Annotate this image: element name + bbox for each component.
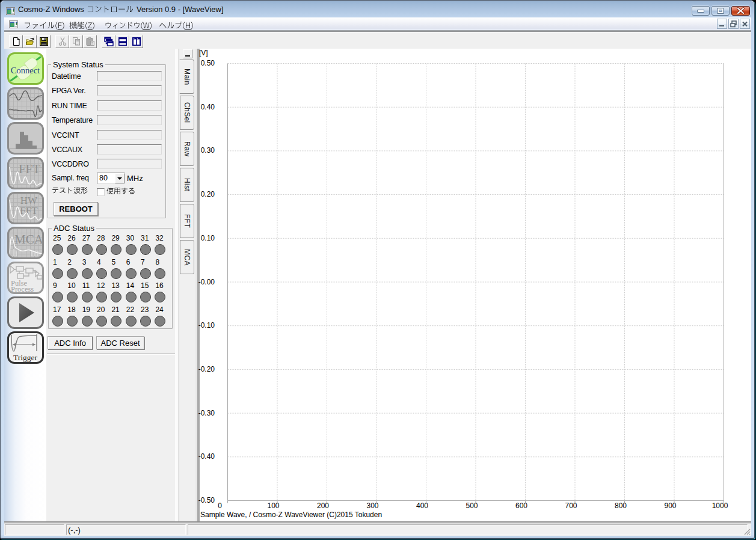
tab-chsel[interactable]: ChSel — [180, 96, 194, 130]
adc-channel-indicator — [96, 268, 107, 279]
chart-caption: Sample Wave, / Cosmo-Z WaveViewer (C)201… — [200, 511, 382, 519]
adc-channel-number: 32 — [155, 235, 163, 242]
adc-channel-number: 5 — [111, 259, 115, 266]
waveview-chart[interactable]: [V] 0.500.400.300.200.10-0.00-0.10-0.20-… — [200, 49, 751, 521]
adc-info-button[interactable]: ADC Info — [48, 336, 93, 349]
adc-channel-indicator — [111, 268, 121, 279]
run-time-field[interactable] — [97, 100, 162, 111]
adc-channel-indicator — [67, 268, 78, 279]
save-floppy-icon — [39, 37, 49, 46]
x-axis-tick-label: 600 — [503, 502, 539, 510]
menu-item-file[interactable] — [23, 18, 65, 30]
adc-channel-number: 21 — [111, 306, 119, 314]
mdi-child-icon[interactable] — [9, 20, 18, 28]
use-checkbox[interactable] — [97, 188, 105, 196]
mdi-close-button[interactable] — [740, 19, 750, 29]
fft-label: FFT — [19, 162, 40, 176]
adc-channel-number: 29 — [111, 235, 119, 242]
dock-minimize-button[interactable] — [183, 49, 192, 58]
adc-channel-indicator — [155, 292, 165, 302]
side-panel: System Status Datetime FPGA Ver. RUN TIM… — [46, 49, 175, 521]
sampl-freq-combobox[interactable]: 80 — [97, 173, 125, 184]
use-checkbox-label — [106, 186, 135, 196]
close-icon — [732, 7, 749, 15]
mdi-minimize-button[interactable] — [717, 19, 727, 29]
sidebar-pulse-process-button[interactable]: Pulse Process — [7, 262, 44, 294]
adc-channel-number: 1 — [53, 259, 57, 266]
title-bar[interactable]: Cosmo-Z Windows Version 0.9 - [WaveView] — [4, 0, 751, 17]
adc-channel-number: 3 — [82, 259, 87, 266]
open-button[interactable] — [23, 35, 37, 48]
resize-grip[interactable] — [743, 527, 751, 535]
toolbar — [4, 31, 751, 49]
mdi-close-icon — [740, 19, 749, 28]
pulse-process-icon: Pulse Process — [9, 263, 42, 292]
adc-channel-number: 8 — [155, 259, 159, 266]
adc-channel-indicator — [52, 244, 63, 255]
mdi-minimize-icon — [718, 19, 727, 28]
mdi-restore-button[interactable] — [728, 19, 739, 29]
menu-item-help-label — [159, 19, 194, 31]
y-axis-tick-label: 0.30 — [182, 146, 215, 155]
x-axis-tick-label: 800 — [603, 502, 639, 510]
combo-dropdown-icon[interactable] — [115, 173, 124, 183]
new-file-icon — [11, 37, 21, 46]
close-button[interactable] — [731, 6, 750, 16]
pulse-label-line2: Process — [11, 285, 34, 292]
open-folder-icon — [25, 37, 35, 46]
paste-button — [83, 35, 97, 48]
x-axis-tick-label: 100 — [256, 502, 292, 510]
adc-channel-indicator — [52, 316, 63, 327]
x-axis-tick-label: 200 — [305, 502, 341, 510]
window-title-jp — [87, 4, 134, 14]
x-axis-tick-label: 500 — [454, 502, 490, 510]
vccint-label: VCCINT — [52, 131, 79, 140]
menu-item-function[interactable] — [69, 18, 95, 30]
menu-bar — [4, 17, 751, 31]
datetime-field[interactable] — [97, 71, 162, 81]
adc-channel-number: 16 — [155, 282, 163, 290]
adc-channel-indicator — [67, 316, 78, 327]
fpga-ver-label: FPGA Ver. — [52, 87, 86, 95]
minimize-button[interactable] — [692, 6, 710, 16]
adc-channel-number: 13 — [111, 282, 119, 290]
sidebar-start-button[interactable] — [7, 296, 44, 329]
sidebar-waveview-button[interactable] — [7, 87, 44, 120]
sidebar-mca-button[interactable]: MCA — [7, 227, 44, 259]
cut-scissors-icon — [58, 37, 67, 46]
y-axis-tick-label: 0.10 — [182, 234, 215, 242]
use-checkbox-label-wrap[interactable] — [106, 186, 135, 196]
save-button[interactable] — [37, 35, 51, 48]
plot-grid — [200, 49, 751, 521]
status-panel-3 — [188, 524, 748, 535]
adc-channel-indicator — [140, 268, 151, 279]
sidebar-histogram-button[interactable] — [7, 122, 44, 155]
cascade-windows-button[interactable] — [102, 35, 115, 48]
tab-fft[interactable]: FFT — [180, 204, 194, 238]
tab-mca[interactable]: MCA — [180, 240, 194, 274]
tile-horizontal-button[interactable] — [115, 35, 129, 48]
tile-vertical-button[interactable] — [129, 35, 143, 48]
fpga-ver-field[interactable] — [97, 85, 162, 96]
maximize-button[interactable] — [711, 6, 730, 16]
vccint-field[interactable] — [97, 130, 162, 140]
adc-channel-indicator — [126, 268, 137, 279]
sidebar-hw-fft-button[interactable]: HW FFT — [7, 192, 44, 224]
menu-item-help[interactable] — [159, 18, 194, 30]
adc-reset-button[interactable]: ADC Reset — [96, 336, 144, 349]
adc-channel-indicator — [96, 244, 107, 255]
window-title-suffix: Version 0.9 - [WaveView] — [134, 5, 223, 14]
reboot-button[interactable]: REBOOT — [54, 202, 98, 216]
sidebar-trigger-button[interactable]: Trigger — [7, 331, 44, 364]
new-button[interactable] — [9, 35, 23, 48]
temperature-field[interactable] — [97, 115, 162, 125]
vccaux-field[interactable] — [97, 144, 162, 155]
vccddro-field[interactable] — [97, 159, 162, 169]
y-axis-tick-label: -0.00 — [182, 278, 215, 286]
menu-item-function-label — [69, 19, 95, 31]
sidebar-connect-button[interactable]: Connect — [7, 52, 44, 85]
temperature-label: Temperature — [52, 116, 93, 124]
mdi-restore-icon — [729, 19, 738, 28]
menu-item-window[interactable] — [105, 18, 152, 30]
sidebar-fft-button[interactable]: FFT — [7, 157, 44, 189]
